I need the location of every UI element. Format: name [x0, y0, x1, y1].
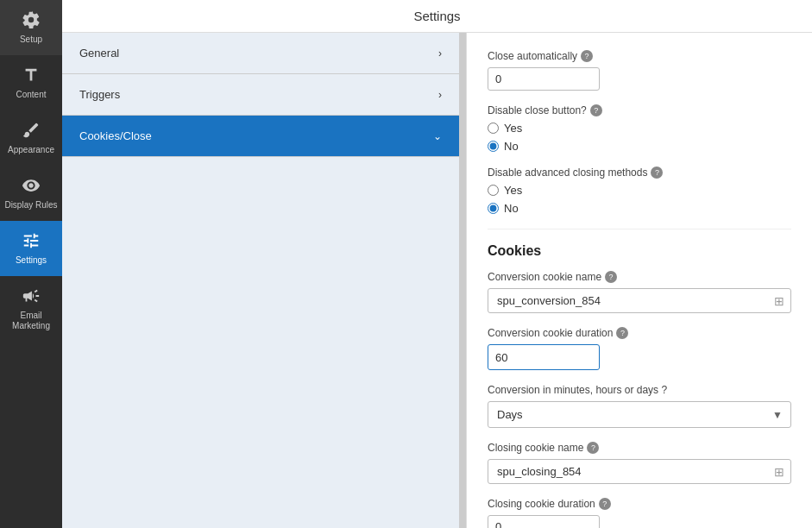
sidebar-item-display-rules[interactable]: Display Rules: [0, 166, 62, 221]
body-area: General › Triggers › Cookies/Close ⌄: [62, 33, 812, 528]
disable-advanced-radio-group: Yes No: [488, 184, 791, 215]
closing-cookie-name-input-wrap: ⊞: [488, 459, 791, 484]
close-automatically-group: Close automatically ?: [488, 50, 791, 91]
conversion-unit-select[interactable]: Minutes Hours Days: [488, 401, 791, 428]
accordion-triggers-header[interactable]: Triggers ›: [62, 74, 459, 115]
sidebar-item-content[interactable]: Content: [0, 55, 62, 110]
chevron-right-icon: ›: [438, 47, 442, 60]
conversion-duration-help-icon[interactable]: ?: [616, 327, 628, 339]
disable-close-no-option[interactable]: No: [488, 140, 791, 153]
cookies-section-title: Cookies: [488, 243, 791, 259]
sidebar-item-content-label: Content: [16, 90, 46, 100]
disable-advanced-no-option[interactable]: No: [488, 202, 791, 215]
accordion-cookies-close: Cookies/Close ⌄: [62, 116, 459, 157]
left-panel: General › Triggers › Cookies/Close ⌄: [62, 33, 459, 528]
page-title: Settings: [413, 9, 460, 23]
scroll-divider: [459, 33, 466, 528]
settings-sliders-icon: [22, 231, 41, 252]
closing-cookie-name-label: Closing cookie name ?: [488, 442, 791, 454]
sidebar-item-appearance-label: Appearance: [8, 145, 54, 155]
disable-close-yes-option[interactable]: Yes: [488, 122, 791, 135]
conversion-cookie-name-input[interactable]: [488, 288, 791, 313]
closing-cookie-name-input[interactable]: [488, 459, 791, 484]
disable-close-radio-group: Yes No: [488, 122, 791, 153]
content-icon: [22, 66, 41, 86]
disable-advanced-label: Disable advanced closing methods ?: [488, 167, 791, 179]
sidebar-item-setup-label: Setup: [20, 35, 42, 45]
sidebar-item-display-rules-label: Display Rules: [4, 200, 57, 211]
brush-icon: [22, 121, 41, 141]
closing-cookie-name-help-icon[interactable]: ?: [587, 442, 599, 454]
conversion-duration-input[interactable]: [488, 347, 600, 368]
right-panel: Close automatically ? Disable close butt…: [466, 33, 812, 528]
sidebar-item-email-marketing-label: Email Marketing: [3, 311, 59, 331]
sidebar-item-setup[interactable]: Setup: [0, 0, 62, 55]
conversion-unit-select-wrap: Minutes Hours Days ▼: [488, 401, 791, 428]
disable-advanced-yes-radio[interactable]: [488, 185, 499, 196]
closing-duration-help-icon[interactable]: ?: [599, 498, 611, 510]
accordion-cookies-label: Cookies/Close: [79, 129, 152, 142]
conversion-cookie-name-input-wrap: ⊞: [488, 288, 791, 313]
closing-duration-input[interactable]: [488, 515, 600, 528]
accordion-general: General ›: [62, 33, 459, 74]
conversion-cookie-duration-label: Conversion cookie duration ?: [488, 327, 791, 339]
disable-advanced-group: Disable advanced closing methods ? Yes N…: [488, 167, 791, 215]
gear-icon: [22, 10, 41, 31]
main-content: Settings General › Triggers › Cookies/Cl…: [62, 0, 812, 528]
accordion-general-label: General: [79, 47, 119, 60]
close-automatically-help-icon[interactable]: ?: [581, 50, 593, 62]
accordion-cookies-header[interactable]: Cookies/Close ⌄: [62, 116, 459, 156]
disable-close-button-group: Disable close button? ? Yes No: [488, 104, 791, 153]
conversion-unit-group: Conversion in minutes, hours or days ? M…: [488, 384, 791, 428]
disable-close-help-icon[interactable]: ?: [590, 104, 602, 116]
copy-icon: ⊞: [774, 294, 784, 308]
disable-advanced-yes-option[interactable]: Yes: [488, 184, 791, 197]
closing-cookie-duration-label: Closing cookie duration ?: [488, 498, 791, 510]
conversion-unit-label: Conversion in minutes, hours or days ?: [488, 384, 791, 396]
eye-icon: [22, 176, 41, 197]
accordion-general-header[interactable]: General ›: [62, 33, 459, 73]
closing-cookie-duration-group: Closing cookie duration ?: [488, 498, 791, 528]
accordion-triggers-label: Triggers: [79, 88, 120, 101]
accordion-triggers: Triggers ›: [62, 74, 459, 116]
conversion-cookie-name-help-icon[interactable]: ?: [605, 271, 617, 283]
page-header: Settings: [62, 0, 812, 33]
disable-close-no-radio[interactable]: [488, 141, 499, 152]
conversion-cookie-duration-group: Conversion cookie duration ? ▲ ▼: [488, 327, 791, 370]
sidebar-item-appearance[interactable]: Appearance: [0, 110, 62, 166]
sidebar-item-settings[interactable]: Settings: [0, 221, 62, 276]
conversion-duration-spinner: ▲ ▼: [488, 344, 600, 370]
copy-icon-2: ⊞: [774, 465, 784, 479]
conversion-cookie-name-group: Conversion cookie name ? ⊞: [488, 271, 791, 313]
sidebar-item-email-marketing[interactable]: Email Marketing: [0, 276, 62, 342]
section-divider: [488, 229, 791, 229]
disable-close-yes-radio[interactable]: [488, 123, 499, 134]
chevron-right-icon-2: ›: [438, 89, 442, 101]
disable-close-button-label: Disable close button? ?: [488, 104, 791, 116]
disable-advanced-help-icon[interactable]: ?: [651, 167, 663, 179]
close-automatically-label: Close automatically ?: [488, 50, 791, 62]
disable-advanced-no-radio[interactable]: [488, 203, 499, 214]
megaphone-icon: [22, 286, 41, 307]
conversion-cookie-name-label: Conversion cookie name ?: [488, 271, 791, 283]
sidebar: Setup Content Appearance Display Rules S…: [0, 0, 62, 528]
close-automatically-input[interactable]: [488, 67, 600, 91]
sidebar-item-settings-label: Settings: [16, 255, 47, 266]
chevron-down-icon: ⌄: [433, 130, 442, 142]
closing-cookie-name-group: Closing cookie name ? ⊞: [488, 442, 791, 484]
